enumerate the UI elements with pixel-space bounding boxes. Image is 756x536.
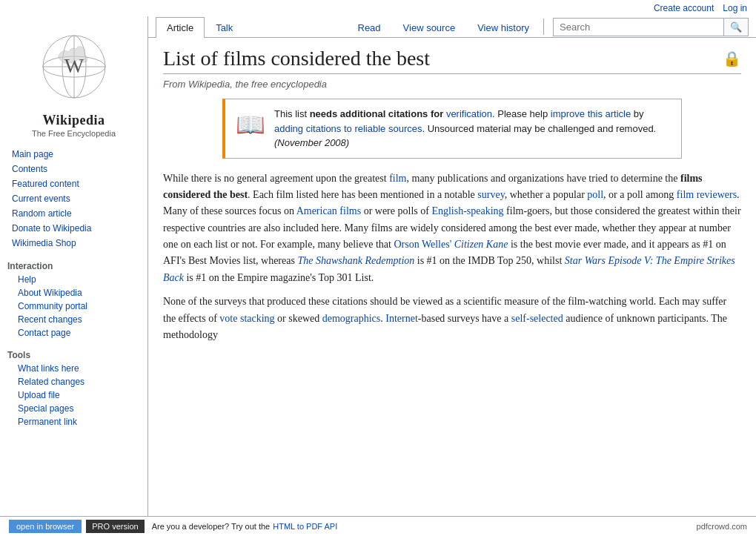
sidebar-item-random-article[interactable]: Random article [0, 206, 147, 221]
paragraph-2: None of the surveys that produced these … [163, 294, 741, 343]
sidebar-item-about[interactable]: About Wikipedia [0, 286, 147, 300]
citation-book-icon: 📖 [236, 107, 265, 142]
main-content: Article Talk Read View source View histo… [148, 16, 756, 520]
sidebar-item-related-changes[interactable]: Related changes [0, 375, 147, 388]
sidebar-item-special-pages[interactable]: Special pages [0, 402, 147, 415]
bold-films-best: films considered the best [163, 173, 703, 200]
film-reviewers-link[interactable]: film reviewers [677, 189, 737, 200]
sidebar-item-recent-changes[interactable]: Recent changes [0, 313, 147, 326]
pro-badge: PRO version [86, 520, 144, 520]
sidebar-item-current-events[interactable]: Current events [0, 191, 147, 206]
logo-title: Wikipedia [0, 113, 147, 128]
citation-please-help: . Please help [492, 108, 551, 119]
search-icon: 🔍 [730, 21, 742, 33]
tab-article[interactable]: Article [156, 17, 205, 38]
tab-talk[interactable]: Talk [205, 17, 244, 38]
layout: W Wikipedia The Free Encyclopedia Main p… [0, 16, 756, 520]
sidebar: W Wikipedia The Free Encyclopedia Main p… [0, 16, 148, 520]
sidebar-item-upload-file[interactable]: Upload file [0, 388, 147, 402]
film-link[interactable]: film [389, 173, 406, 184]
tab-divider [543, 19, 544, 35]
tab-view-history[interactable]: View history [466, 17, 540, 38]
citation-text-before: This list [274, 108, 310, 119]
orson-welles-link[interactable]: Orson Welles' [394, 239, 451, 250]
citation-bold: needs additional citations for [310, 108, 444, 119]
main-nav: Main page Contents Featured content Curr… [0, 147, 147, 251]
open-in-browser-button[interactable]: open in browser [9, 520, 82, 520]
article: List of films considered the best 🔒 From… [148, 38, 756, 365]
sidebar-item-what-links[interactable]: What links here [0, 362, 147, 375]
login-link[interactable]: Log in [723, 3, 747, 13]
self-selected-link[interactable]: self-selected [511, 313, 563, 324]
survey-link[interactable]: survey [477, 189, 504, 200]
tools-section: Tools What links here Related changes Up… [0, 345, 147, 429]
citation-by: by [631, 108, 643, 119]
search-area: 🔍 [553, 18, 749, 36]
citation-box: 📖 This list needs additional citations f… [222, 99, 682, 159]
english-speaking-link[interactable]: English-speaking [431, 205, 503, 216]
citation-text: This list needs additional citations for… [274, 107, 671, 150]
paragraph-1: While there is no general agreement upon… [163, 171, 741, 287]
sidebar-item-permanent-link[interactable]: Permanent link [0, 415, 147, 429]
citation-sources-link[interactable]: adding citations to reliable sources [274, 123, 422, 134]
sidebar-item-wikimedia-shop[interactable]: Wikimedia Shop [0, 236, 147, 251]
sidebar-item-main-page[interactable]: Main page [0, 147, 147, 162]
page-title-text: List of films considered the best [163, 47, 430, 70]
tab-group-right: Read View source View history 🔍 [347, 16, 749, 37]
american-films-link[interactable]: American films [296, 205, 361, 216]
logo-subtitle: The Free Encyclopedia [0, 129, 147, 138]
interaction-title: Interaction [0, 257, 147, 273]
from-wiki: From Wikipedia, the free encyclopedia [163, 79, 741, 90]
shawshank-link[interactable]: The Shawshank Redemption [297, 255, 414, 266]
search-button[interactable]: 🔍 [723, 18, 749, 36]
demographics-link[interactable]: demographics [322, 313, 381, 324]
page-title: List of films considered the best 🔒 [163, 47, 741, 74]
citizen-kane-link[interactable]: Citizen Kane [454, 239, 508, 250]
vote-stacking-link[interactable]: vote stacking [219, 313, 274, 324]
tab-read[interactable]: Read [347, 17, 392, 38]
logo-area: W Wikipedia The Free Encyclopedia [0, 22, 147, 141]
bottom-bar: open in browser PRO version Are you a de… [0, 516, 756, 520]
sidebar-item-featured-content[interactable]: Featured content [0, 176, 147, 191]
interaction-section: Interaction Help About Wikipedia Communi… [0, 257, 147, 340]
poll-link[interactable]: poll [587, 189, 603, 200]
tools-title: Tools [0, 345, 147, 362]
citation-end: . Unsourced material may be challenged a… [422, 123, 656, 134]
tab-bar: Article Talk Read View source View histo… [148, 16, 756, 38]
wikipedia-logo: W [33, 28, 115, 110]
sidebar-item-contents[interactable]: Contents [0, 162, 147, 176]
top-bar: Create account Log in [0, 0, 756, 16]
article-body: While there is no general agreement upon… [163, 171, 741, 344]
citation-verification-link[interactable]: verification [446, 108, 492, 119]
lock-icon: 🔒 [723, 50, 741, 67]
sidebar-item-donate[interactable]: Donate to Wikipedia [0, 221, 147, 236]
starwars-link[interactable]: Star Wars Episode V: The Empire Strikes … [163, 255, 735, 282]
create-account-link[interactable]: Create account [654, 3, 714, 13]
sidebar-item-help[interactable]: Help [0, 273, 147, 286]
sidebar-item-contact[interactable]: Contact page [0, 326, 147, 340]
svg-text:W: W [64, 54, 84, 77]
search-input[interactable] [553, 18, 723, 36]
internet-link[interactable]: Internet [385, 313, 418, 324]
citation-improve-link[interactable]: improve this article [551, 108, 631, 119]
citation-date: (November 2008) [274, 137, 349, 148]
tab-view-source[interactable]: View source [392, 17, 467, 38]
tab-group-left: Article Talk [156, 16, 244, 37]
sidebar-item-community-portal[interactable]: Community portal [0, 300, 147, 313]
